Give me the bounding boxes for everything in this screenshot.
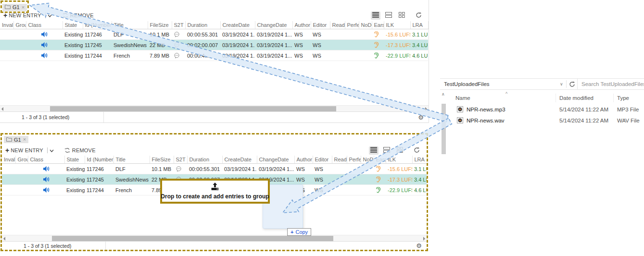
column-header-ilk[interactable]: ILK [384, 21, 410, 29]
column-header-title[interactable]: Title [112, 21, 148, 29]
cell-read [332, 174, 347, 185]
column-header-duration[interactable]: Duration [187, 156, 222, 164]
column-header-read[interactable]: Read [330, 21, 345, 29]
horizontal-scrollbar[interactable] [0, 105, 429, 111]
search-input[interactable] [578, 81, 644, 87]
column-header-node[interactable]: NoDe [361, 156, 374, 164]
remove-button[interactable]: REMOVE [70, 12, 94, 18]
column-header-author[interactable]: Author [294, 156, 313, 164]
scroll-left-arrow-icon[interactable] [1, 107, 3, 111]
column-header-filesize[interactable]: FileSize [148, 21, 172, 29]
list-view-button[interactable] [369, 146, 379, 155]
explorer-refresh-button[interactable] [569, 81, 575, 88]
column-header-filesize[interactable]: FileSize [150, 156, 174, 164]
column-header-s2t[interactable]: S2T [172, 21, 185, 29]
list-view-button[interactable] [371, 12, 380, 20]
gear-icon[interactable]: ⚙ [418, 114, 424, 121]
column-header-read[interactable]: Read [332, 156, 347, 164]
scrollbar-thumb[interactable] [50, 106, 336, 111]
new-entry-button[interactable]: NEW ENTRY [9, 12, 41, 18]
cell-read [330, 29, 345, 40]
cell-lra: 4.6 LU [410, 50, 428, 61]
table-row[interactable]: Existing117246DLF10.1 MB00:00:55.30103/1… [0, 29, 428, 40]
folder-icon [6, 137, 12, 143]
column-header-name[interactable]: Name [455, 95, 470, 101]
grid-view-button[interactable] [395, 146, 404, 155]
horizontal-scrollbar[interactable] [2, 235, 427, 241]
vertical-scrollbar[interactable]: ∧ [441, 92, 446, 256]
column-header-title[interactable]: Title [114, 156, 150, 164]
address-dropdown-icon[interactable]: ∨ [560, 82, 563, 86]
scrollbar-thumb[interactable] [52, 236, 333, 241]
column-header-class[interactable]: Class [26, 21, 63, 29]
group-tab[interactable]: G1 × [4, 136, 28, 143]
column-header-author[interactable]: Author [292, 21, 311, 29]
copy-plus-icon: + [290, 229, 293, 235]
column-header-id[interactable]: Id (Number) [85, 156, 114, 164]
file-row[interactable]: NPR-news.mp35/14/2024 11:22 AMMP3 File [447, 104, 644, 115]
column-header-date-modified[interactable]: Date modified [559, 95, 593, 101]
table-row[interactable]: Existing117244French7.89 MB00:00:4...03/… [0, 50, 428, 61]
column-header-grou[interactable]: Grou [13, 21, 26, 29]
cell-node [361, 164, 374, 174]
status-bar: 1 - 3 of 3 (1 selected) ⚙ [2, 241, 427, 250]
cell-ilk: -15.6 LUFS [384, 29, 410, 40]
chevron-down-icon[interactable] [50, 147, 54, 153]
column-header-lra[interactable]: LRA [410, 21, 428, 29]
column-header-changedate[interactable]: ChangeDate [255, 21, 292, 29]
address-path[interactable]: TestUploadedFiles [444, 81, 490, 87]
remove-button[interactable]: REMOVE [72, 147, 96, 153]
column-header-s2t[interactable]: S2T [174, 156, 187, 164]
grid-view-button[interactable] [397, 12, 406, 20]
column-header-changedate[interactable]: ChangeDate [257, 156, 294, 164]
close-tab-icon[interactable]: × [23, 137, 26, 142]
cell-editor: WS [313, 164, 332, 174]
column-header-inval[interactable]: Inval [2, 156, 15, 164]
column-header-grou[interactable]: Grou [15, 156, 28, 164]
column-header-perfe[interactable]: Perfe [347, 156, 361, 164]
column-header-createdate[interactable]: CreateDate [220, 21, 255, 29]
cell-ears [374, 174, 386, 185]
column-header-ears[interactable]: Ears [374, 156, 386, 164]
refresh-button[interactable] [416, 12, 422, 19]
gear-icon[interactable]: ⚙ [416, 243, 422, 249]
refresh-button[interactable] [414, 147, 420, 154]
column-header-perfe[interactable]: Perfe [345, 21, 359, 29]
split-view-button[interactable] [382, 146, 391, 155]
column-header-createdate[interactable]: CreateDate [222, 156, 257, 164]
cell-id: 117246 [85, 164, 114, 174]
column-header-editor[interactable]: Editor [311, 21, 330, 29]
group-tab[interactable]: G1 × [2, 4, 27, 11]
cell-read [332, 185, 347, 195]
scroll-right-arrow-icon[interactable] [425, 107, 427, 111]
column-header-state[interactable]: State [63, 21, 83, 29]
column-divider [556, 94, 556, 102]
split-view-button[interactable] [384, 12, 393, 20]
group-tab-label: G1 [14, 137, 21, 143]
column-header-ears[interactable]: Ears [372, 21, 384, 29]
speech-bubble-icon [174, 32, 180, 37]
scroll-right-arrow-icon[interactable] [423, 237, 425, 241]
cell-author: WS [292, 50, 311, 61]
cell-id: 117246 [83, 29, 112, 40]
column-header-ilk[interactable]: ILK [386, 156, 412, 164]
chevron-down-icon[interactable] [48, 12, 52, 18]
new-entry-button[interactable]: NEW ENTRY [11, 147, 43, 153]
scroll-left-arrow-icon[interactable] [3, 237, 5, 241]
column-header-state[interactable]: State [64, 156, 85, 164]
table-row[interactable]: Existing117245SwedishNews22 MB00:02:00.0… [0, 40, 428, 50]
plus-icon: + [5, 146, 9, 154]
close-tab-icon[interactable]: × [22, 5, 25, 10]
column-header-inval[interactable]: Inval [0, 21, 13, 29]
column-header-editor[interactable]: Editor [313, 156, 332, 164]
file-row[interactable]: NPR-news.wav5/14/2024 11:22 AMWAV File [447, 115, 644, 126]
column-header-type[interactable]: Type [617, 95, 629, 101]
cell-duration: 00:00:4... [185, 50, 220, 61]
column-header-id[interactable]: Id (Number) [83, 21, 112, 29]
column-header-duration[interactable]: Duration [185, 21, 220, 29]
column-header-class[interactable]: Class [28, 156, 64, 164]
scrollbar-thumb[interactable] [442, 104, 446, 154]
column-header-node[interactable]: NoDe [359, 21, 372, 29]
table-row[interactable]: Existing117246DLF10.1 MB00:00:55.30103/1… [2, 164, 427, 174]
column-header-lra[interactable]: LRA [412, 156, 427, 164]
